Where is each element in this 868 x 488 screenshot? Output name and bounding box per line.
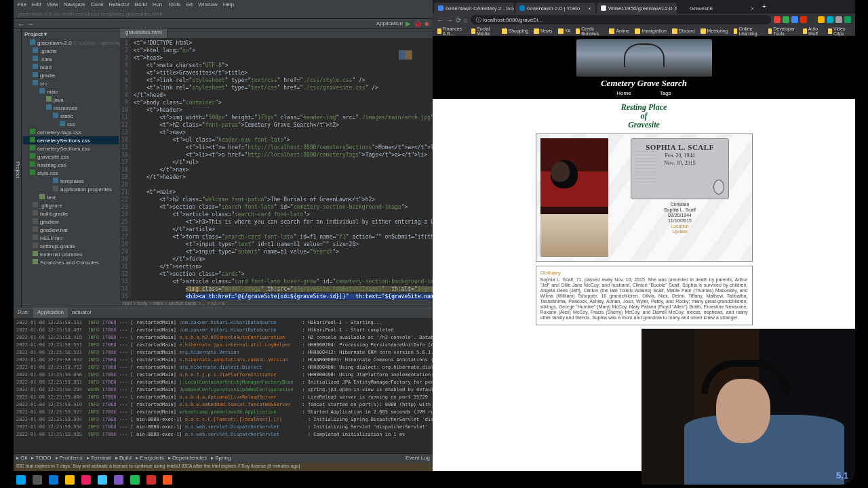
tool-dependencies[interactable]: ▸ Dependencies [168,455,207,462]
reload-icon[interactable]: ⟳ [456,16,461,24]
browser-tab[interactable]: Greenlawn Cemetery 2 - Googl… × [434,3,514,14]
tool-build[interactable]: ▸ Build [115,455,132,462]
bookmark[interactable]: Auto Stuff [801,26,825,37]
code-content[interactable]: <t">!DOCTYPE html> <t">html lang="en"> <… [131,38,433,300]
tree-node[interactable]: static [23,112,119,120]
back-icon[interactable]: ← [18,20,24,27]
new-tab-button[interactable]: + [758,3,770,14]
menu-git[interactable]: Git [186,1,193,8]
spotify-icon[interactable] [130,475,140,485]
tree-node[interactable]: .idea [23,55,119,63]
bookmark[interactable]: Finances & B… [435,26,468,37]
browser-tab[interactable]: Greenlawn 2.0 | Trello × [515,3,595,14]
tree-node[interactable]: .gitignore [23,201,119,209]
tool-endpoints[interactable]: ▸ Endpoints [136,455,164,462]
tree-node[interactable]: hashtag.css [23,161,119,169]
tree-node[interactable]: HELP.md [23,234,119,242]
menu-navigate[interactable]: Navigate [64,1,85,8]
update-link[interactable]: Update [664,229,696,235]
tree-node[interactable]: cemeterySections.css [23,136,119,144]
nav-tags[interactable]: Tags [660,90,671,96]
extension-icon[interactable] [800,16,807,23]
tree-node[interactable]: gradle [23,71,119,79]
tree-node[interactable]: .gradle [23,47,119,55]
back-icon[interactable]: ← [437,16,443,24]
run-tabs[interactable]: Run:Applicationactuator [14,308,433,318]
tree-node[interactable]: gradlew [23,218,119,226]
forward-icon[interactable]: → [446,16,453,24]
tree-node[interactable]: External Libraries [23,250,119,258]
tree-node[interactable]: main [23,87,119,96]
menu-help[interactable]: Help [223,1,234,8]
bookmarks-bar[interactable]: Finances & B…Social MediaShoppingNewsYAC… [433,26,855,37]
bookmark[interactable]: Social Media [469,26,498,37]
project-tool-button[interactable]: Project [14,28,22,308]
editor-breadcrumb[interactable]: html > body > main > section.cards > ...… [120,300,433,308]
extension-icon[interactable] [818,16,825,23]
start-icon[interactable] [16,475,26,485]
menu-run[interactable]: Run [153,1,163,8]
menu-code[interactable]: Code [90,1,103,8]
bookmark[interactable]: Developer Tools [766,26,800,37]
inspection-widget[interactable] [399,50,412,60]
browser-tab[interactable]: Willie11956/greenlawn-2.0: Revi… × [597,3,677,14]
bookmark[interactable]: Immigration [633,28,669,35]
tool-terminal[interactable]: ▸ Terminal [87,455,111,462]
run-config-selector[interactable]: Application [376,20,403,26]
app-icon[interactable] [146,475,156,485]
tree-node[interactable]: build.gradle [23,209,119,218]
app-icon[interactable] [81,475,91,485]
app-icon[interactable] [114,475,123,485]
extension-icon[interactable] [827,16,833,23]
bookmark[interactable]: Anime [607,28,631,35]
tree-node[interactable]: cemetery-tags.css [23,128,119,136]
explorer-icon[interactable] [49,475,58,485]
event-log[interactable]: Event Log [406,455,430,462]
run-icon[interactable]: ▶ [406,20,411,27]
bookmark[interactable]: Discord [670,28,697,35]
menu-file[interactable]: File [18,1,26,8]
bookmark[interactable]: Credit Bureaus [574,26,606,37]
tree-node[interactable]: test [23,193,119,201]
menu-tools[interactable]: Tools [167,1,180,8]
tool-git[interactable]: ▸ Git [16,455,27,462]
code-editor[interactable]: 1 2 3 4 5 6 7 8 9 10 11 12 13 14 15 16 1… [120,38,433,300]
extension-icons[interactable] [774,16,851,23]
folder-icon[interactable] [65,475,75,485]
debug-icon[interactable]: 🐞 [414,20,422,27]
app-icon[interactable] [163,475,172,485]
bookmark[interactable]: YA [556,28,573,35]
app-icon[interactable] [98,475,107,485]
menu-window[interactable]: Window [198,1,217,8]
project-tree[interactable]: Project ▾ greenlawn-2.0 C:\Users\...\gre… [22,28,120,308]
tree-node[interactable]: gradlew.bat [23,226,119,234]
url-input[interactable]: ⓘ localhost:8080/graveSi… [471,15,771,24]
tool-spring[interactable]: ▸ Spring [211,455,231,462]
browser-tabs[interactable]: Greenlawn Cemetery 2 - Googl… ×Greenlawn… [433,0,855,14]
forward-icon[interactable]: → [27,20,34,27]
console-output[interactable]: 2022-01-06 12:25:58.331 INFO 17088 --- [… [14,318,433,453]
file-tab[interactable]: gravesites.html [120,28,168,38]
taskbar[interactable] [16,474,172,486]
tree-node[interactable]: java [23,96,119,104]
tool-problems[interactable]: ▸ Problems [56,455,83,462]
tree-node[interactable]: gravesite.css [23,152,119,161]
bookmark[interactable]: Shopping [500,28,531,35]
extension-icon[interactable] [791,16,798,23]
run-tab[interactable]: actuator [68,308,96,318]
location-link[interactable]: Location [664,224,696,229]
tree-node[interactable]: cemeterySections.css [23,144,119,152]
menu-refactor[interactable]: Refactor [109,1,130,8]
menu-view[interactable]: View [47,1,58,8]
stop-icon[interactable]: ■ [425,20,429,27]
tool-todo[interactable]: ▸ TODO [31,455,51,462]
ide-menubar[interactable]: FileEditViewNavigateCodeRefactorBuildRun… [14,0,433,9]
extension-icon[interactable] [774,16,781,23]
tree-node[interactable]: application.properties [23,185,119,193]
tree-node[interactable]: templates [23,177,119,185]
bookmark[interactable]: News [532,28,555,35]
nav-home[interactable]: Home [616,90,631,96]
tree-node[interactable]: build [23,63,119,71]
tree-node[interactable]: css [23,120,119,128]
home-icon[interactable]: ⌂ [464,16,468,24]
